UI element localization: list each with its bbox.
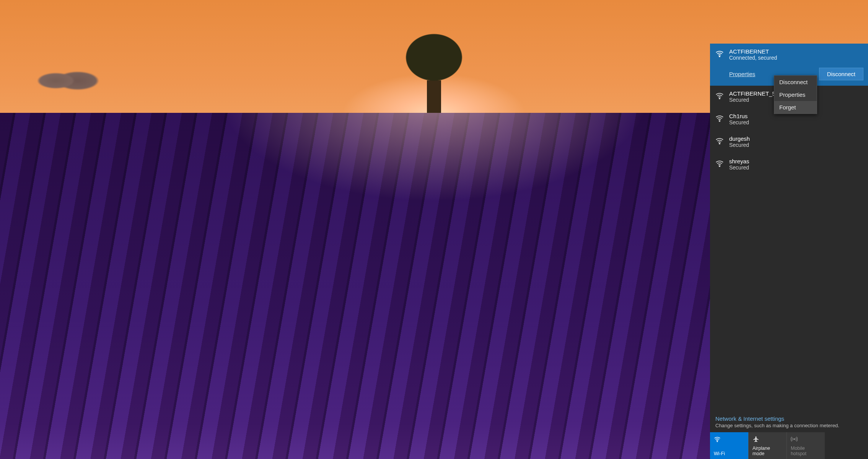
wifi-icon: [715, 91, 724, 100]
network-status: Secured: [729, 164, 749, 171]
settings-subtitle: Change settings, such as making a connec…: [715, 423, 863, 428]
active-network-ssid: ACTFIBERNET: [729, 48, 863, 55]
svg-point-4: [719, 166, 720, 167]
ctx-properties[interactable]: Properties: [774, 88, 817, 101]
disconnect-button[interactable]: Disconnect: [819, 68, 863, 80]
tile-label: Mobile hotspot: [791, 446, 821, 456]
tile-wifi[interactable]: Wi-Fi: [710, 432, 748, 459]
tile-mobile-hotspot[interactable]: Mobile hotspot: [787, 432, 825, 459]
airplane-icon: [752, 436, 759, 443]
svg-point-0: [719, 56, 720, 57]
network-status: Secured: [729, 119, 749, 125]
properties-link[interactable]: Properties: [729, 71, 755, 77]
tile-label: Wi-Fi: [714, 451, 744, 456]
active-network-status: Connected, secured: [729, 55, 863, 61]
wifi-icon: [715, 159, 724, 168]
svg-point-2: [719, 120, 720, 122]
network-item[interactable]: shreyas Secured: [710, 153, 868, 176]
network-flyout-panel: ACTFIBERNET Connected, secured Propertie…: [710, 44, 868, 459]
svg-point-6: [794, 439, 795, 440]
tile-label: Airplane mode: [752, 446, 783, 456]
network-ssid: Ch1rus: [729, 113, 749, 119]
wifi-icon: [715, 114, 724, 122]
network-ssid: shreyas: [729, 158, 749, 164]
network-ssid: durgesh: [729, 135, 750, 142]
network-settings-link[interactable]: Network & Internet settings Change setti…: [710, 411, 868, 432]
network-ssid: ACTFIBERNET_5G: [729, 90, 780, 97]
wifi-icon: [714, 436, 721, 443]
svg-point-1: [719, 98, 720, 99]
network-context-menu: Disconnect Properties Forget: [774, 75, 817, 114]
wallpaper-cloud: [27, 71, 99, 91]
ctx-disconnect[interactable]: Disconnect: [774, 76, 817, 88]
settings-title: Network & Internet settings: [715, 415, 863, 422]
hotspot-icon: [791, 436, 798, 443]
svg-point-3: [719, 143, 720, 144]
svg-point-5: [717, 441, 718, 442]
tile-airplane-mode[interactable]: Airplane mode: [748, 432, 787, 459]
network-item[interactable]: durgesh Secured: [710, 131, 868, 153]
quick-action-tiles: Wi-Fi Airplane mode Mobile hotspot: [710, 432, 868, 459]
ctx-forget[interactable]: Forget: [774, 101, 817, 114]
network-status: Secured: [729, 97, 780, 103]
network-status: Secured: [729, 142, 750, 148]
wifi-icon: [715, 49, 724, 58]
wifi-icon: [715, 137, 724, 145]
